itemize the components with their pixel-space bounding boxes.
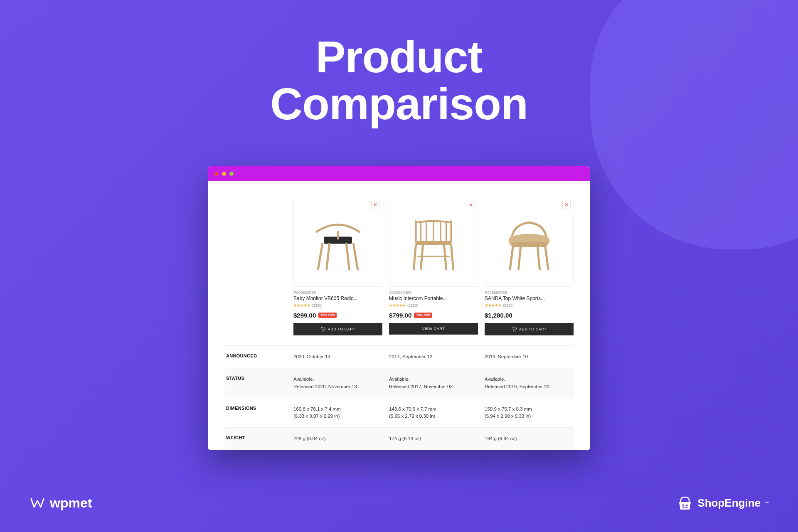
button-label: VIEW CART: [422, 327, 445, 331]
rating-row: ★★★★★ (2390): [485, 303, 574, 308]
svg-line-15: [451, 245, 453, 269]
product-card: ✕ Accessories Baby Monitor VB605 Radio..…: [293, 198, 382, 335]
product-image: [398, 207, 469, 278]
svg-rect-13: [416, 241, 451, 245]
remove-product-button[interactable]: ✕: [562, 201, 571, 209]
spec-cell: 160.8 x 78.1 x 7.4 mm(6.33 x 3.07 x 0.29…: [293, 406, 382, 420]
button-label: ADD TO CART: [519, 327, 547, 331]
spec-cell: 2019, September 10: [485, 353, 574, 360]
view-cart-button[interactable]: VIEW CART: [389, 323, 478, 335]
product-card: ✕: [389, 198, 478, 335]
spec-label: STATUS: [224, 376, 287, 390]
remove-product-button[interactable]: ✕: [371, 201, 379, 209]
svg-line-21: [545, 247, 548, 269]
svg-line-2: [353, 244, 357, 269]
window-close-dot[interactable]: [214, 172, 219, 176]
product-name[interactable]: Music Intercom Portable...: [389, 296, 478, 301]
trademark-icon: ™: [765, 501, 769, 505]
stars-icon: ★★★★★: [389, 303, 406, 308]
spec-label: DIMENSIONS: [224, 406, 287, 420]
remove-product-button[interactable]: ✕: [467, 201, 475, 209]
stars-icon: ★★★★★: [485, 303, 501, 308]
price-row: $299.00 15% OFF: [293, 312, 382, 319]
hero-line-1: Product: [270, 33, 528, 80]
spec-table: ANNOUNCED 2020, October 13 2017, Septemb…: [224, 345, 574, 450]
product-image-wrap: ✕: [485, 198, 574, 287]
brand-label: ShopEngine: [697, 497, 761, 510]
spec-cell: 2017, September 12: [389, 353, 478, 360]
background-blob: [590, 0, 798, 249]
hero-line-2: Comparison: [270, 80, 528, 127]
product-category: Accessories: [485, 290, 574, 295]
close-icon: ✕: [564, 202, 569, 207]
spec-label: ANNOUNCED: [224, 353, 287, 360]
spec-cell: Available.Released 2017, November 03: [389, 376, 478, 390]
spec-row: WEIGHT 228 g (8.04 oz) 174 g (6.14 oz) 1…: [224, 427, 574, 450]
rating-count: (2390): [503, 303, 514, 308]
spec-row: STATUS Available.Released 2020, November…: [224, 368, 574, 398]
product-image-wrap: ✕: [389, 198, 478, 287]
svg-line-23: [537, 247, 539, 269]
cart-icon: [512, 327, 517, 332]
stars-icon: ★★★★★: [293, 303, 310, 308]
discount-badge: 15% OFF: [414, 313, 432, 318]
product-category: Accessories: [293, 290, 382, 295]
svg-line-1: [318, 244, 322, 269]
spec-cell: 150.9 x 75.7 x 8.3 mm(5.94 x 2.98 x 0.33…: [485, 406, 574, 420]
add-to-cart-button[interactable]: ADD TO CART: [293, 323, 382, 335]
button-label: ADD TO CART: [328, 327, 355, 331]
wpmet-logo-icon: [29, 495, 46, 511]
svg-point-24: [513, 331, 514, 331]
spec-cell: 174 g (6.14 oz): [389, 435, 478, 442]
svg-point-6: [322, 331, 323, 331]
product-category: Accessories: [389, 290, 478, 295]
spec-cell: 194 g (6.84 oz): [485, 435, 574, 442]
product-price: $799.00: [389, 312, 411, 319]
discount-badge: 15% OFF: [318, 313, 337, 318]
window-maximize-dot[interactable]: [229, 172, 234, 176]
price-row: $799.00 15% OFF: [389, 312, 478, 319]
svg-point-25: [515, 331, 516, 331]
price-row: $1,280.00: [485, 312, 574, 319]
browser-window: ✕ Accessories Baby Monitor VB605 Radio..…: [208, 166, 590, 450]
svg-line-14: [414, 245, 416, 269]
window-minimize-dot[interactable]: [222, 172, 226, 176]
footer-brand-wpmet[interactable]: wpmet: [29, 495, 92, 511]
product-image: [494, 207, 564, 278]
spec-row: ANNOUNCED 2020, October 13 2017, Septemb…: [224, 345, 574, 368]
spec-row: DIMENSIONS 160.8 x 78.1 x 7.4 mm(6.33 x …: [224, 398, 574, 428]
products-row: ✕ Accessories Baby Monitor VB605 Radio..…: [224, 198, 574, 335]
product-name[interactable]: SANDA Top White Sports...: [485, 296, 574, 301]
footer-brand-shopengine[interactable]: ShopEngine ™: [677, 495, 769, 511]
shopengine-logo-icon: [677, 495, 693, 511]
product-card: ✕ Accessories SANDA Top White Sports...: [485, 198, 574, 335]
rating-row: ★★★★★ (2390): [293, 303, 382, 308]
svg-line-20: [510, 247, 513, 269]
svg-line-22: [519, 247, 521, 269]
svg-rect-19: [512, 242, 547, 247]
spec-label: WEIGHT: [224, 435, 287, 442]
product-image: [303, 207, 373, 278]
svg-point-27: [686, 505, 688, 507]
rating-count: (2390): [407, 303, 418, 308]
product-price: $299.00: [293, 312, 316, 319]
spec-cell: 228 g (8.04 oz): [293, 435, 382, 442]
product-name[interactable]: Baby Monitor VB605 Radio...: [293, 296, 382, 301]
cart-icon: [320, 327, 325, 332]
add-to-cart-button[interactable]: ADD TO CART: [485, 323, 574, 335]
close-icon: ✕: [469, 202, 473, 207]
brand-label: wpmet: [50, 495, 92, 511]
spec-cell: Available.Released 2020, November 13: [293, 376, 382, 390]
rating-row: ★★★★★ (2390): [389, 303, 478, 308]
spec-cell: Available.Released 2019, September 20: [485, 376, 574, 390]
svg-line-4: [346, 244, 349, 269]
spec-cell: 143.6 x 70.9 x 7.7 mm(5.65 x 2.79 x 0.30…: [389, 406, 478, 420]
window-content: ✕ Accessories Baby Monitor VB605 Radio..…: [208, 181, 590, 450]
svg-line-3: [327, 244, 330, 269]
svg-point-26: [682, 505, 685, 507]
hero-title: Product Comparison: [270, 33, 528, 128]
spec-cell: 2020, October 13: [293, 353, 382, 360]
close-icon: ✕: [373, 202, 377, 207]
rating-count: (2390): [312, 303, 323, 308]
product-price: $1,280.00: [485, 312, 512, 319]
